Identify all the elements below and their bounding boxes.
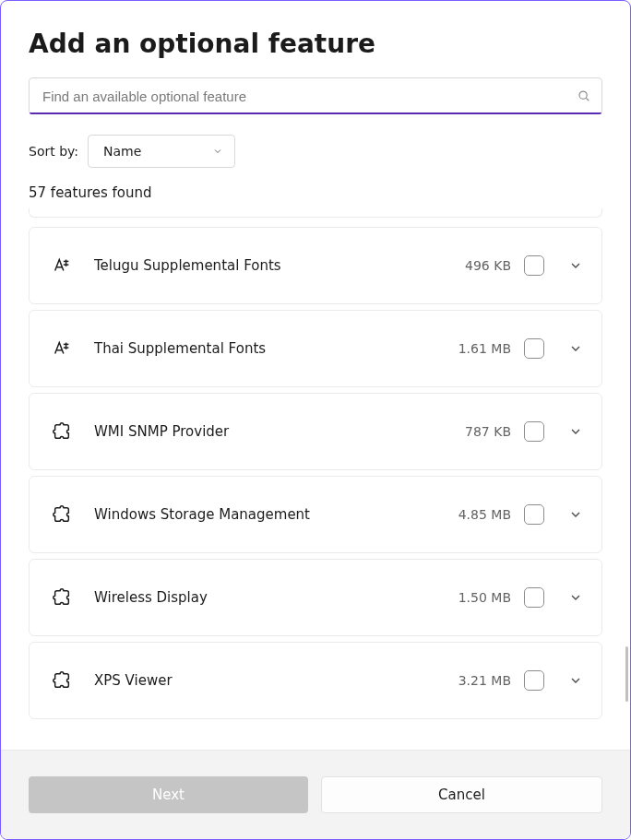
feature-name: Telugu Supplemental Fonts	[94, 257, 465, 274]
feature-row[interactable]: Thai Supplemental Fonts1.61 MB	[29, 310, 602, 387]
sort-row: Sort by: Name	[29, 135, 602, 168]
feature-size: 1.61 MB	[458, 341, 511, 356]
feature-name: Windows Storage Management	[94, 506, 458, 523]
results-count: 57 features found	[29, 184, 602, 201]
feature-checkbox[interactable]	[524, 587, 544, 608]
list-item-partial	[29, 208, 602, 218]
feature-name: WMI SNMP Provider	[94, 423, 465, 440]
puzzle-icon	[50, 670, 74, 691]
search-icon	[577, 89, 590, 102]
sort-dropdown[interactable]: Name	[88, 135, 235, 168]
expand-button[interactable]	[568, 258, 583, 273]
expand-button[interactable]	[568, 507, 583, 522]
feature-size: 496 KB	[465, 258, 511, 273]
feature-checkbox[interactable]	[524, 421, 544, 442]
feature-name: Thai Supplemental Fonts	[94, 340, 458, 357]
dialog-window: Add an optional feature Sort by: Name	[0, 0, 631, 840]
sort-label: Sort by:	[29, 144, 78, 159]
expand-button[interactable]	[568, 590, 583, 605]
feature-checkbox[interactable]	[524, 670, 544, 691]
dialog-content: Add an optional feature Sort by: Name	[1, 1, 630, 750]
dialog-title: Add an optional feature	[29, 29, 602, 59]
expand-button[interactable]	[568, 424, 583, 439]
font-icon	[50, 338, 74, 359]
next-button[interactable]: Next	[29, 776, 308, 813]
feature-row[interactable]: Windows Storage Management4.85 MB	[29, 476, 602, 553]
puzzle-icon	[50, 587, 74, 608]
feature-size: 4.85 MB	[458, 507, 511, 522]
font-icon	[50, 255, 74, 276]
feature-size: 787 KB	[465, 424, 511, 439]
feature-checkbox[interactable]	[524, 338, 544, 359]
feature-size: 1.50 MB	[458, 590, 511, 605]
cancel-button[interactable]: Cancel	[321, 776, 602, 813]
sort-selected-value: Name	[103, 144, 141, 159]
feature-row[interactable]: Telugu Supplemental Fonts496 KB	[29, 227, 602, 304]
expand-button[interactable]	[568, 341, 583, 356]
feature-size: 3.21 MB	[458, 673, 511, 688]
feature-name: XPS Viewer	[94, 672, 458, 689]
feature-row[interactable]: Wireless Display1.50 MB	[29, 559, 602, 636]
feature-name: Wireless Display	[94, 589, 458, 606]
feature-checkbox[interactable]	[524, 504, 544, 525]
feature-row[interactable]: XPS Viewer3.21 MB	[29, 642, 602, 719]
feature-row[interactable]: WMI SNMP Provider787 KB	[29, 393, 602, 470]
svg-line-1	[586, 98, 589, 101]
puzzle-icon	[50, 504, 74, 525]
chevron-down-icon	[212, 146, 223, 157]
search-field-wrap[interactable]	[29, 77, 602, 114]
scrollbar-thumb[interactable]	[625, 646, 628, 702]
search-input[interactable]	[42, 89, 565, 104]
puzzle-icon	[50, 421, 74, 442]
feature-list: Telugu Supplemental Fonts496 KBThai Supp…	[29, 208, 602, 750]
feature-checkbox[interactable]	[524, 255, 544, 276]
expand-button[interactable]	[568, 673, 583, 688]
dialog-footer: Next Cancel	[1, 750, 630, 839]
svg-point-0	[579, 91, 587, 99]
